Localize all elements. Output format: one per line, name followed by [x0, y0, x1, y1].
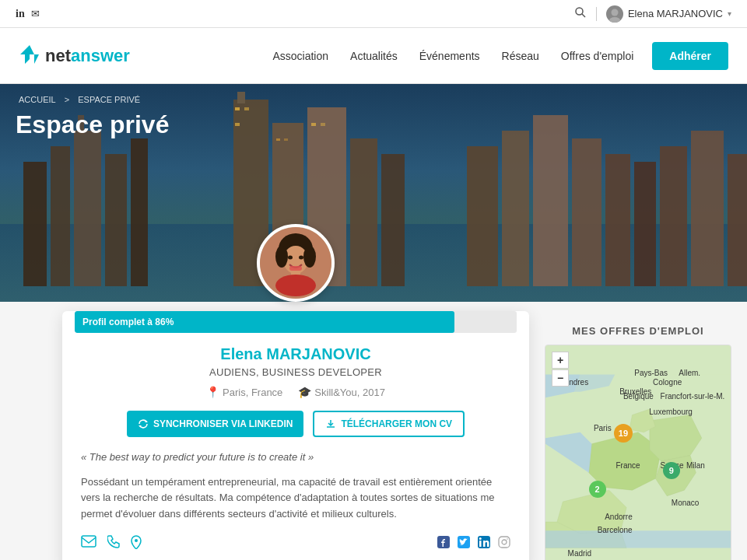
user-name-label: Elena MARJANOVIC — [628, 8, 723, 19]
chevron-down-icon: ▾ — [728, 9, 731, 18]
svg-rect-26 — [691, 131, 724, 286]
svg-point-39 — [303, 246, 316, 268]
top-bar-left: in ✉ — [16, 8, 40, 20]
svg-point-2 — [611, 9, 618, 16]
svg-point-38 — [275, 246, 288, 268]
main-layout: Profil complet à 86% Elena MARJANOVIC AU… — [0, 302, 747, 560]
email-contact-icon[interactable] — [81, 535, 96, 553]
profile-card-wrapper: Profil complet à 86% Elena MARJANOVIC AU… — [62, 263, 529, 560]
svg-point-51 — [479, 537, 482, 540]
svg-rect-22 — [572, 138, 601, 286]
map-marker[interactable]: 19 — [614, 424, 633, 443]
avatar-container — [62, 224, 529, 302]
download-label: TÉLÉCHARGER MON CV — [341, 418, 452, 429]
profile-completion: Profil complet à 86% — [75, 311, 517, 333]
location-contact-icon[interactable] — [131, 535, 142, 553]
map-container[interactable]: + − LondresParisBelgiquePays-BasCologneA… — [545, 345, 731, 560]
completion-bar: Profil complet à 86% — [75, 311, 454, 333]
svg-line-1 — [582, 14, 585, 17]
profile-card: Profil complet à 86% Elena MARJANOVIC AU… — [62, 311, 529, 560]
twitter-icon[interactable] — [458, 536, 470, 551]
nav-links: Association Actualités Événements Réseau… — [272, 50, 633, 62]
user-menu[interactable]: Elena MARJANOVIC ▾ — [606, 5, 731, 23]
nav-evenements[interactable]: Événements — [419, 50, 480, 62]
svg-point-53 — [502, 540, 507, 544]
divider — [596, 7, 597, 21]
nav-association[interactable]: Association — [272, 50, 328, 62]
svg-rect-29 — [244, 107, 249, 110]
logo-text: netanswer — [45, 46, 130, 66]
svg-rect-33 — [311, 123, 316, 126]
svg-rect-7 — [23, 162, 47, 286]
adherer-button[interactable]: Adhérer — [652, 42, 728, 70]
linkedin-icon[interactable] — [478, 536, 490, 551]
profile-social — [62, 523, 529, 553]
profile-location: 📍 Paris, France — [206, 386, 282, 398]
logo-accent: answer — [71, 46, 130, 65]
logo-plain: net — [45, 46, 71, 65]
profile-job-title: AUDIENS, Business developer — [78, 366, 514, 378]
svg-point-41 — [275, 275, 316, 296]
svg-rect-32 — [284, 138, 288, 141]
profile-name: Elena MARJANOVIC — [78, 345, 514, 363]
download-cv-button[interactable]: TÉLÉCHARGER MON CV — [313, 411, 465, 437]
navbar: netanswer Association Actualités Événeme… — [0, 28, 747, 84]
facebook-icon[interactable] — [437, 536, 450, 551]
profile-meta: 📍 Paris, France 🎓 Skill&You, 2017 — [78, 386, 514, 398]
map-marker[interactable]: 9 — [663, 462, 680, 479]
svg-point-46 — [135, 539, 138, 542]
svg-point-43 — [288, 256, 293, 260]
svg-point-0 — [576, 8, 583, 15]
svg-rect-45 — [82, 536, 96, 547]
svg-rect-50 — [479, 541, 482, 547]
svg-rect-42 — [289, 266, 302, 271]
nav-reseau[interactable]: Réseau — [502, 50, 539, 62]
location-icon: 📍 — [206, 386, 219, 398]
social-network-icons — [437, 536, 510, 551]
svg-rect-24 — [634, 162, 656, 286]
sync-linkedin-button[interactable]: SYNCHRONISER VIA LINKEDIN — [127, 411, 304, 437]
nav-actualites[interactable]: Actualités — [350, 50, 398, 62]
svg-rect-23 — [605, 154, 630, 286]
profile-bio: Possédant un tempérament entrepreneurial… — [81, 474, 510, 523]
svg-rect-28 — [235, 107, 240, 110]
map-marker[interactable]: 2 — [589, 481, 606, 498]
hero-title: Espace privé — [16, 110, 169, 139]
breadcrumb: ACCUEIL > ESPACE PRIVÉ — [16, 95, 143, 104]
profile-quote: « The best way to predict your future is… — [81, 450, 510, 465]
sync-icon — [138, 418, 149, 429]
svg-rect-14 — [237, 92, 245, 103]
map-section-title: MES OFFRES D'EMPLOI — [545, 325, 731, 337]
svg-rect-21 — [533, 115, 568, 286]
phone-contact-icon[interactable] — [107, 535, 120, 553]
breadcrumb-current: ESPACE PRIVÉ — [78, 95, 140, 104]
education-text: Skill&You, 2017 — [314, 387, 385, 398]
svg-rect-30 — [235, 123, 240, 126]
email-icon[interactable]: ✉ — [31, 8, 40, 19]
search-icon[interactable] — [574, 6, 587, 22]
svg-rect-31 — [276, 138, 280, 141]
education-icon: 🎓 — [298, 386, 311, 398]
svg-point-44 — [299, 256, 303, 260]
svg-rect-27 — [728, 154, 747, 286]
top-bar: in ✉ Elena MARJANOVIC ▾ — [0, 0, 747, 28]
user-avatar — [257, 224, 335, 302]
map-bg: + − LondresParisBelgiquePays-BasCologneA… — [545, 345, 731, 560]
nav-offres[interactable]: Offres d'emploi — [561, 50, 633, 62]
svg-marker-4 — [20, 45, 39, 64]
logo[interactable]: netanswer — [19, 44, 130, 68]
right-panel: MES OFFRES D'EMPLOI — [545, 325, 747, 560]
breadcrumb-home[interactable]: ACCUEIL — [19, 95, 56, 104]
profile-actions: SYNCHRONISER VIA LINKEDIN TÉLÉCHARGER MO… — [62, 411, 529, 437]
svg-rect-52 — [499, 537, 510, 548]
breadcrumb-separator: > — [65, 95, 69, 104]
linkedin-icon[interactable]: in — [16, 8, 25, 20]
download-icon — [325, 418, 336, 429]
svg-rect-25 — [660, 146, 687, 286]
logo-icon — [19, 44, 40, 68]
profile-education: 🎓 Skill&You, 2017 — [298, 386, 385, 398]
completion-label: Profil complet à 86% — [82, 317, 174, 327]
profile-info: Elena MARJANOVIC AUDIENS, Business devel… — [62, 333, 529, 398]
user-avatar-small — [606, 5, 623, 23]
instagram-icon[interactable] — [498, 536, 510, 551]
